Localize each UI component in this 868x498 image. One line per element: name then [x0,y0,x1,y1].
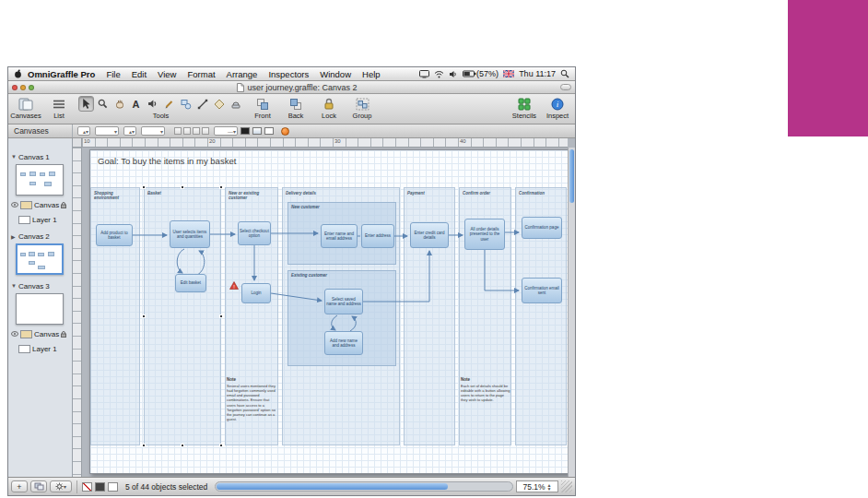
canvases-toolbar-button[interactable]: Canvases [12,96,40,120]
selection-handle[interactable] [181,185,184,189]
node-enter-address[interactable]: Enter address [361,224,394,248]
node-select-checkout-option[interactable]: Select checkout option [238,221,271,245]
shape-tool-button[interactable] [178,96,194,112]
layer-swatch[interactable] [20,330,32,338]
sidebar-layer-canvas-row-2[interactable]: Canvas [8,328,72,339]
spotlight-icon[interactable] [560,69,569,78]
diagram-tool-button[interactable] [211,96,227,112]
audio-note-tool-button[interactable] [145,96,160,112]
add-layer-button[interactable] [30,480,47,492]
canvas-2-thumbnail-selected[interactable] [16,243,64,275]
list-toolbar-button[interactable]: List [45,96,73,120]
note-login[interactable]: Note Several users mentioned they had fo… [227,377,276,421]
selection-tool-button[interactable] [78,96,94,112]
node-enter-credit-card[interactable]: Enter credit card details [410,222,449,248]
shadow-color-well[interactable] [264,127,274,135]
menu-window[interactable]: Window [314,69,357,79]
note-confirm-order[interactable]: Note Each set of details should be edita… [461,377,510,403]
warning-triangle-icon[interactable]: ! [229,281,239,291]
selection-handle[interactable] [219,185,223,189]
stroke-color-well[interactable] [240,127,250,135]
menu-help[interactable]: Help [357,69,386,79]
stroke-well[interactable] [95,482,105,492]
line-tool-button[interactable] [194,96,210,112]
horizontal-scrollbar-thumb[interactable] [217,483,448,490]
pencil-tool-button[interactable] [161,96,177,112]
sidebar-layer-1-row-2[interactable]: Layer 1 [8,343,72,354]
canvas-3-thumbnail[interactable] [16,293,64,325]
selection-handle[interactable] [219,314,223,318]
disclosure-triangle-icon[interactable]: ▼ [11,283,17,289]
selection-handle[interactable] [142,444,146,447]
node-select-saved-name-address[interactable]: Select saved name and address [324,289,363,314]
display-icon[interactable] [419,70,429,78]
node-add-product-to-basket[interactable]: Add product to basket [96,224,133,246]
browse-tool-button[interactable] [228,96,243,112]
goal-title[interactable]: Goal: To buy the items in my basket [98,156,236,166]
sidebar-layer-canvas-row-1[interactable]: Canvas [8,199,72,210]
window-title-bar[interactable]: user journey.graffle: Canvas 2 [8,81,575,94]
eye-icon[interactable] [11,331,18,337]
menu-file[interactable]: File [100,69,125,79]
horizontal-scrollbar[interactable] [215,481,513,492]
front-button[interactable]: Front [249,96,276,120]
node-enter-name-email[interactable]: Enter name and email address [321,224,358,248]
disclosure-triangle-icon[interactable]: ▼ [11,154,17,160]
menu-app-name[interactable]: OmniGraffle Pro [22,69,100,79]
menu-format[interactable]: Format [182,69,220,79]
toolbar-toggle-button[interactable] [560,84,571,90]
fill-well[interactable] [108,482,118,492]
close-window-button[interactable] [12,85,18,90]
node-add-new-name-address[interactable]: Add new name and address [324,331,363,355]
sidebar-layer-1-row-1[interactable]: Layer 1 [8,214,72,225]
uk-flag-icon[interactable] [503,70,514,77]
zoom-stepper-icon[interactable]: ▲▼ [547,483,552,491]
eye-icon[interactable] [11,202,18,208]
back-button[interactable]: Back [282,96,310,120]
layer-swatch[interactable] [18,216,30,224]
vertical-scrollbar-thumb[interactable] [569,149,574,203]
menu-clock[interactable]: Thu 11:17 [519,69,556,78]
sidebar-item-canvas-1[interactable]: ▼ Canvas 1 [8,151,72,162]
selection-handle[interactable] [142,314,146,318]
group-button[interactable]: Group [348,96,376,120]
font-style-select[interactable]: ▾ [141,126,165,136]
node-confirmation-page[interactable]: Confirmation page [522,217,562,239]
canvas-1-thumbnail[interactable] [16,164,64,196]
font-size-stepper[interactable]: ▴▾ [123,126,136,136]
layer-swatch[interactable] [18,345,30,353]
menu-edit[interactable]: Edit [126,69,152,79]
drawing-page[interactable]: Goal: To buy the items in my basket Shop… [89,149,569,474]
node-confirmation-email[interactable]: Confirmation email sent [522,278,562,303]
line-style-select[interactable]: —▾ [214,126,238,136]
inspect-button[interactable]: i Inspect [544,96,571,120]
color-badge-icon[interactable] [281,127,289,136]
node-user-selects-items[interactable]: User selects items and quantities [170,220,210,248]
stencils-button[interactable]: Stencils [510,96,538,120]
sidebar-item-canvas-3[interactable]: ▼ Canvas 3 [8,280,72,291]
add-canvas-button[interactable]: + [11,480,28,492]
indent-stepper[interactable]: ▴▾ [77,126,90,136]
volume-icon[interactable] [449,70,458,78]
no-stroke-well[interactable] [82,482,92,492]
align-center-toggle[interactable] [183,127,191,135]
sidebar-item-canvas-2[interactable]: ▶ Canvas 2 [8,231,72,242]
node-login[interactable]: Login [241,283,271,303]
canvas-area[interactable]: 10 20 30 40 Goal: To buy the items in my… [73,138,575,477]
menu-inspectors[interactable]: Inspectors [263,69,314,79]
layer-swatch[interactable] [20,201,32,209]
zoom-control[interactable]: 75.1% ▲▼ [516,480,558,492]
fill-color-well[interactable] [252,127,262,135]
apple-menu[interactable] [14,69,22,78]
action-gear-button[interactable]: ▾ [50,480,72,492]
zoom-tool-button[interactable] [95,96,111,112]
align-right-toggle[interactable] [193,127,200,135]
node-edit-basket[interactable]: Edit basket [175,274,206,292]
menu-view[interactable]: View [152,69,182,79]
node-order-details-presented[interactable]: All order details presented to the user [464,219,505,250]
lock-button[interactable]: Lock [315,96,343,120]
resize-grip[interactable] [561,480,572,492]
vertical-scrollbar[interactable] [568,148,575,477]
hand-tool-button[interactable] [111,96,127,112]
wifi-icon[interactable] [434,70,444,78]
